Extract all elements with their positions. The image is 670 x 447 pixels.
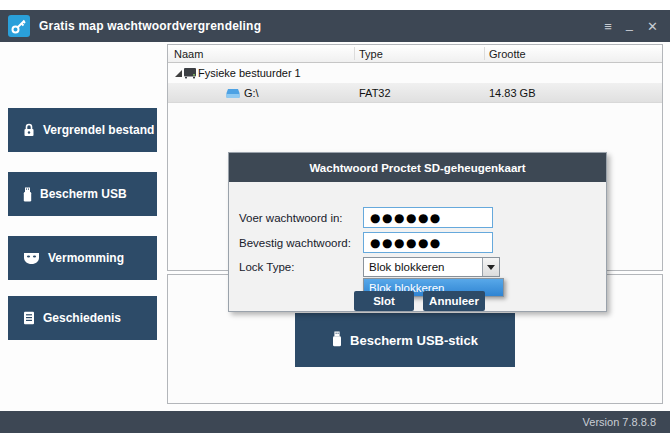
mask-icon: [23, 252, 40, 265]
sidebar-item-vergrendel-bestand[interactable]: Vergrendel bestand: [8, 108, 157, 152]
close-icon[interactable]: ✕: [647, 20, 658, 33]
confirm-password-input[interactable]: [363, 232, 493, 253]
column-divider: [354, 47, 355, 60]
window-title: Gratis map wachtwoordvergrendeling: [39, 19, 261, 33]
lock-type-label: Lock Type:: [239, 261, 294, 273]
minimize-icon[interactable]: –: [626, 23, 633, 36]
column-header-naam[interactable]: Naam: [174, 48, 203, 60]
dropdown-arrow-button[interactable]: [482, 258, 499, 276]
app-logo: [8, 15, 30, 37]
usb-drive-icon: [226, 88, 240, 101]
volume-size: 14.83 GB: [489, 87, 535, 99]
chevron-down-icon: [487, 265, 495, 270]
lock-type-selected-value: Blok blokkeren: [364, 261, 482, 273]
column-header-grootte[interactable]: Grootte: [489, 48, 526, 60]
table-row-physical-drive[interactable]: Fysieke bestuurder 1: [168, 63, 662, 83]
key-icon: [10, 17, 28, 35]
sidebar-item-bescherm-usb[interactable]: Bescherm USB: [8, 172, 157, 216]
menu-icon[interactable]: ≡: [604, 20, 612, 33]
sidebar-item-vermomming[interactable]: Vermomming: [8, 236, 157, 280]
window-controls: ≡ – ✕: [604, 20, 670, 33]
title-bar: Gratis map wachtwoordvergrendeling ≡ – ✕: [0, 10, 670, 42]
tree-expanded-icon[interactable]: [175, 70, 182, 77]
app-window: Gratis map wachtwoordvergrendeling ≡ – ✕…: [0, 0, 670, 447]
password-input[interactable]: [363, 207, 493, 228]
volume-name: G:\: [244, 87, 259, 99]
sidebar-item-geschiedenis[interactable]: Geschiedenis: [8, 296, 157, 340]
status-bar: Version 7.8.8.8: [0, 411, 670, 433]
column-header-type[interactable]: Type: [359, 48, 383, 60]
sidebar-item-label: Bescherm USB: [40, 187, 127, 201]
password-label: Voer wachtwoord in:: [239, 212, 343, 224]
usb-icon: [23, 187, 32, 202]
protect-usb-stick-button[interactable]: Bescherm USB-stick: [295, 313, 515, 367]
history-icon: [23, 311, 35, 325]
table-row-volume-g[interactable]: G:\ FAT32 14.83 GB: [168, 83, 662, 103]
volume-type: FAT32: [359, 87, 391, 99]
content-area: Vergrendel bestand Bescherm USB: [0, 42, 670, 411]
sidebar-item-label: Vergrendel bestand: [43, 123, 154, 137]
password-dialog: Wachtwoord Proctet SD-geheugenkaart Voer…: [228, 152, 607, 312]
confirm-password-label: Bevestig wachtwoord:: [239, 237, 351, 249]
column-divider: [484, 47, 485, 60]
drive-name: Fysieke bestuurder 1: [198, 67, 301, 79]
usb-stick-icon: [332, 331, 342, 350]
table-header: Naam Type Grootte: [168, 45, 662, 63]
protect-usb-stick-label: Bescherm USB-stick: [350, 333, 478, 348]
annuleer-button[interactable]: Annuleer: [423, 291, 485, 311]
sidebar-item-label: Vermomming: [48, 251, 124, 265]
lock-type-dropdown[interactable]: Blok blokkeren: [363, 257, 500, 277]
dialog-title: Wachtwoord Proctet SD-geheugenkaart: [229, 153, 606, 182]
slot-button[interactable]: Slot: [354, 291, 414, 311]
sidebar-item-label: Geschiedenis: [43, 311, 121, 325]
lock-icon: [23, 123, 35, 137]
version-label: Version 7.8.8.8: [583, 416, 656, 428]
harddrive-icon: [183, 67, 197, 81]
